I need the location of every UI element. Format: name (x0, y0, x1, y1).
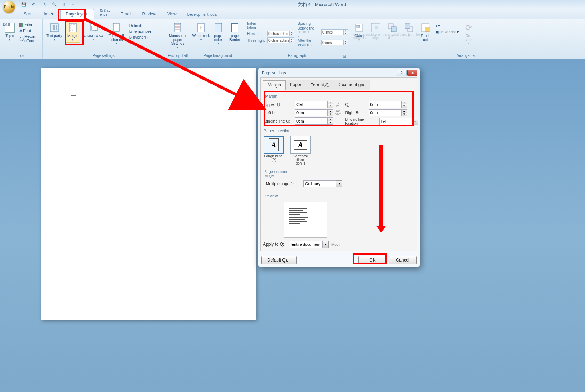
indent-left-input[interactable]: ▴▾ (267, 31, 294, 36)
theme-fonts[interactable]: AFont (19, 28, 40, 33)
save-icon[interactable]: 💾 (20, 1, 27, 8)
cancel-button[interactable]: Cancel (389, 256, 417, 264)
position-icon (353, 22, 365, 34)
upper-input[interactable]: ▴▾ (295, 101, 333, 108)
multipages-select[interactable]: ▾ (303, 180, 342, 187)
spacing-block: Spacing Before the segmen- t:▴▾ After th… (298, 22, 348, 48)
tab-dev-tools[interactable]: Development tools (182, 10, 222, 19)
svg-rect-14 (375, 26, 378, 29)
watermark-button[interactable]: AWatermark▾ (193, 21, 209, 43)
window-title: 文档 4 - Microsoft Word (298, 1, 347, 8)
group-button[interactable]: ▣Cellophane▾ (434, 29, 460, 35)
margin-button[interactable]: Margin▾ (65, 21, 80, 43)
margin-icon (67, 22, 79, 34)
page-border-icon (229, 22, 241, 34)
rotate-icon: ⟳ (463, 22, 474, 34)
left-input[interactable]: ▴▾ (295, 109, 333, 116)
spacing-after-label: After the segment: (298, 39, 320, 46)
dialog-help-button[interactable]: ? (397, 70, 407, 76)
page-color-button[interactable]: page color▾ (210, 21, 226, 46)
theme-effects[interactable]: ◯Return effect · (19, 34, 40, 43)
theme-colors[interactable]: color · (19, 22, 40, 27)
gutter-input[interactable]: ▴▾ (295, 117, 333, 125)
themes-button[interactable]: Basi Topic ▾ (2, 21, 17, 43)
align-button[interactable]: ⫞▾ (434, 23, 460, 28)
lower-input[interactable]: ▴▾ (369, 101, 407, 108)
dlg-tab-paper[interactable]: Paper (285, 80, 306, 90)
margin-section: Margin Upper T):▴▾Fig- ure Left L:▴▾Con-… (263, 92, 415, 127)
indent-block: Inden- tation Home left:▴▾ Three-right:▴… (247, 22, 294, 44)
left-extra: Con- nect (335, 110, 342, 116)
quick-print-icon[interactable]: 🖨 (60, 1, 67, 8)
manuscript-button[interactable]: Manuscript paper Settings▾ (167, 21, 188, 50)
lower-label: Q): (345, 102, 367, 107)
redo-icon[interactable]: ↻ (41, 1, 49, 8)
orientation-button[interactable]: Zhang Fangxi▾ (82, 21, 105, 42)
paragraph-launcher-icon[interactable]: ◲ (343, 54, 346, 58)
line-numbers-button[interactable]: Line number (129, 29, 152, 34)
tab-review[interactable]: Review (137, 9, 161, 19)
group-page-settings: Text party▾ Margin▾ Zhang Fangxi▾ Ten sm… (43, 19, 165, 59)
orientation-landscape[interactable]: AVertebral direc- tion () (290, 136, 311, 165)
align-icon: ⫞ (435, 24, 437, 28)
upper-label: Upper T): (264, 102, 293, 107)
rotate-button[interactable]: ⟳Ro- tate▾ (461, 21, 476, 46)
dlg-tab-margin[interactable]: Margin (263, 80, 286, 90)
orientation-options: ALongitudinal (P) AVertebral direc- tion… (263, 136, 415, 165)
gutter-label: Binding line Q: (264, 119, 293, 123)
page-border-button[interactable]: page Border (227, 21, 242, 43)
qat-customize-icon[interactable]: ▾ (70, 1, 77, 8)
ribbon: Basi Topic ▾ color · AFont ◯Return effec… (0, 19, 585, 59)
dlg-tab-layout[interactable]: Format式 (306, 80, 333, 90)
preview-heading: Preview (263, 192, 415, 200)
themes-icon: Basi (4, 22, 15, 34)
hyphenation-button[interactable]: B hyphen · (129, 35, 152, 40)
tab-email[interactable]: Email (116, 9, 137, 19)
group-arrangement-label: Arrangement (352, 53, 582, 59)
print-preview-icon[interactable]: 🔍 (51, 1, 58, 8)
office-button[interactable]: Pindu (3, 1, 15, 13)
ok-button[interactable]: OK (358, 256, 387, 264)
gutter-pos-select[interactable]: ▾ (379, 118, 418, 125)
group-page-bg-label: Page background (193, 53, 242, 59)
margin-heading: Margin (264, 93, 414, 100)
spacing-before-input[interactable]: ▴▾ (321, 29, 348, 35)
quick-access-toolbar: 💾 ↶ ↻ 🔍 🖨 ▾ (20, 1, 77, 8)
svg-rect-20 (425, 28, 430, 31)
dialog-tabs: Margin Paper Format式 Document grid (263, 80, 415, 90)
bring-front-icon (387, 22, 398, 34)
group-factory-draft: Manuscript paper Settings▾ Factory draft (165, 19, 191, 59)
title-bar: Pindu 💾 ↶ ↻ 🔍 🖨 ▾ 文档 4 - Microsoft Word (0, 0, 585, 9)
indent-left-label: Home left: (247, 32, 266, 36)
manuscript-icon (172, 22, 183, 34)
dialog-close-button[interactable]: ✕ (407, 70, 417, 76)
dlg-tab-grid[interactable]: Document grid (333, 80, 370, 90)
document-page[interactable] (41, 68, 256, 320)
applyto-select[interactable]: ▾ (290, 241, 329, 248)
page-setup-mini: Delimiter · Line number B hyphen · (129, 23, 152, 40)
tab-start[interactable]: Start (19, 9, 38, 19)
size-button[interactable]: Ten small columns▾ (107, 21, 125, 46)
tab-view[interactable]: View (162, 9, 182, 19)
indent-right-input[interactable]: ▴▾ (267, 37, 294, 43)
right-input[interactable]: ▴▾ (369, 109, 407, 116)
svg-rect-16 (391, 27, 396, 32)
tab-page-layout[interactable]: Page layout (60, 9, 94, 19)
default-button[interactable]: Default Q)... (261, 256, 297, 264)
tab-reference[interactable]: Refer- ence (95, 9, 115, 19)
page-color-icon (213, 22, 224, 34)
multipages-label: Multiple pages): (266, 182, 302, 186)
dialog-titlebar[interactable]: Page settings ? ✕ (258, 68, 420, 77)
svg-rect-18 (405, 24, 410, 29)
spacing-after-input[interactable]: ▴▾ (321, 40, 348, 45)
tab-insert[interactable]: Insert (39, 9, 59, 19)
text-direction-button[interactable]: Text party▾ (45, 21, 64, 43)
page-setup-dialog: Page settings ? ✕ Margin Paper Format式 D… (258, 68, 420, 267)
indent-right-label: Three-right: (247, 39, 266, 43)
undo-icon[interactable]: ↶ (30, 1, 37, 8)
group-paragraph-label: Paragraph◲ (247, 53, 347, 59)
dialog-footer: Default Q)... OK Cancel (258, 254, 420, 267)
breaks-button[interactable]: Delimiter · (129, 23, 152, 28)
orientation-portrait[interactable]: ALongitudinal (P) (263, 136, 285, 165)
text-direction-icon (49, 22, 60, 34)
